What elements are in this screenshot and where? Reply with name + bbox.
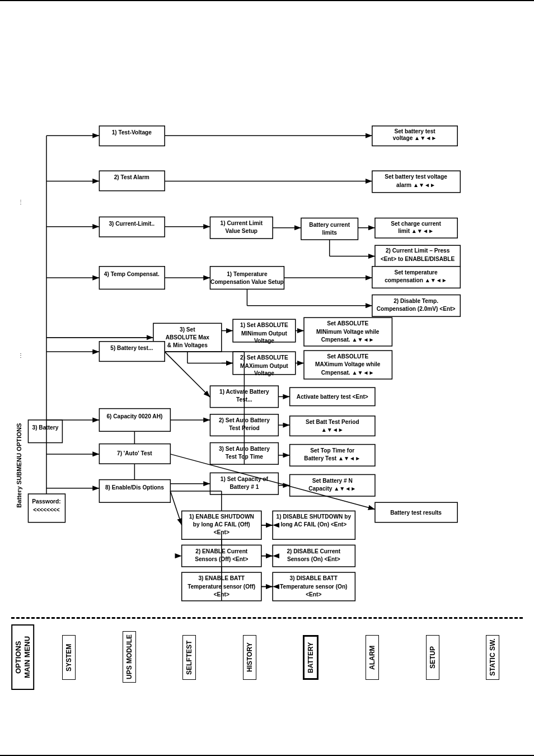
set-top-time2: Battery Test ▲▼◄►	[304, 455, 360, 461]
set-temp-comp2: compensation ▲▼◄►	[385, 277, 447, 283]
diagram-area: text { font-family: Arial, Helvetica, sa…	[11, 18, 523, 606]
enable-dis-node: 8) Enable/Dis Options	[105, 484, 164, 491]
menu-items: SYSTEM UPS MODULE SELFTEST HISTORY BATTE…	[39, 624, 523, 690]
temp-compensat-node: 4) Temp Compensat.	[104, 271, 160, 277]
menu-item-static-sw[interactable]: STATIC SW.	[486, 635, 499, 680]
disable-batt-temp: 3) DISABLE BATT	[290, 575, 338, 581]
battery-current-limits: Battery current	[309, 222, 350, 228]
set-abs-min3: Voltage	[254, 338, 274, 344]
temp-comp-value: 1) Temperature	[227, 271, 268, 277]
capacity-node: 6) Capacity 0020 AH)	[106, 413, 162, 419]
auto-test-node: 7) 'Auto' Test	[117, 450, 152, 456]
set-abs-min2: MINimum Output	[241, 330, 287, 337]
dots-bottom: ⋮	[18, 352, 24, 358]
menu-item-ups-module[interactable]: UPS MODULE	[123, 631, 136, 683]
set-abs-max-result3: Cmpensat. ▲▼◄►	[321, 370, 374, 376]
dots-top: ⋮	[18, 199, 24, 205]
svg-rect-30	[99, 267, 165, 290]
password-value: <<<<<<<<	[33, 507, 59, 513]
svg-line-79	[170, 491, 181, 525]
svg-rect-65	[99, 409, 170, 432]
disable-temp2: Compensation (2.0mV) <Ent>	[377, 306, 456, 312]
set-capacity2: Battery # 1	[229, 484, 259, 490]
set-temp-comp: Set temperature	[394, 269, 438, 276]
disable-shutdown: 1) DISABLE SHUTDOWN by	[277, 514, 352, 520]
bottom-menu: MAIN MENU OPTIONS SYSTEM UPS MODULE SELF…	[11, 617, 523, 690]
set-battery-test-alarm2: alarm ▲▼◄►	[396, 182, 435, 188]
menu-item-selftest[interactable]: SELFTEST	[182, 635, 196, 680]
disable-current: 2) DISABLE Current	[287, 548, 340, 554]
menu-item-history[interactable]: HISTORY	[243, 635, 256, 680]
set-abs-max: 2) Set ABSOLUTE	[240, 354, 288, 361]
menu-item-battery[interactable]: BATTERY	[303, 635, 318, 680]
set-battery-test-voltage2: voltage ▲▼◄►	[393, 135, 437, 141]
set-abs-min-result: Set ABSOLUTE	[327, 320, 368, 326]
current-limit-node: 3) Current-Limit..	[109, 221, 154, 227]
submenu-label: Battery SUBMENU OPTIONS	[16, 423, 22, 508]
set-abs-min-result2: MINimum Voltage while	[316, 329, 380, 335]
password-label: Password:	[32, 498, 60, 505]
menu-item-system[interactable]: SYSTEM	[62, 635, 76, 680]
menu-item-alarm[interactable]: ALARM	[366, 635, 379, 680]
disable-shutdown2: long AC FAIL (On) <Ent>	[280, 521, 346, 528]
test-alarm-node: 2) Test Alarm	[114, 174, 149, 180]
set-abs-max-result: Set ABSOLUTE	[327, 353, 368, 360]
set-abs-min: 1) Set ABSOLUTE	[240, 322, 288, 328]
temp-comp-value2: Compensation Value Setup	[210, 279, 284, 285]
set-battery-test-voltage: Set battery test	[394, 128, 435, 134]
set-capacity-result2: Capacity ▲▼◄►	[308, 486, 356, 492]
set-abs-max3: Voltage	[254, 370, 274, 376]
disable-current2: Sensors (On) <Ent>	[287, 556, 340, 562]
current-limit-value: 1) Current Limit	[221, 220, 263, 226]
battery-current-limits2: limits	[322, 230, 337, 236]
set-top-time: Set Top Time for	[310, 447, 354, 454]
battery-3-label: 3) Battery	[32, 424, 59, 431]
main-menu-label: MAIN MENU OPTIONS	[11, 624, 34, 690]
current-limit-press: 2) Current Limit – Press	[386, 248, 450, 254]
set-batt-period2: ▲▼◄►	[321, 427, 344, 433]
set-abs-max-min2: ABSOLUTE Max	[166, 334, 210, 340]
svg-rect-32	[210, 267, 284, 290]
battery-test-node: 5) Battery test...	[110, 345, 153, 351]
set-batt-period: Set Batt Test Period	[306, 419, 359, 425]
set-abs-max-min3: & Min Voltages	[167, 342, 208, 348]
set-abs-max2: MAXimum Output	[240, 363, 288, 369]
diagram-svg: text { font-family: Arial, Helvetica, sa…	[11, 18, 523, 606]
set-charge-current: Set charge current	[391, 221, 441, 227]
enable-shutdown2: by long AC FAIL (Off)	[193, 521, 250, 528]
test-voltage-node: 1) Test-Voltage	[112, 129, 152, 136]
current-limit-value2: Value Setup	[226, 228, 257, 234]
set-abs-max-min: 3) Set	[180, 326, 195, 333]
disable-temp: 2) Disable Temp.	[394, 298, 438, 304]
disable-batt-temp3: <Ent>	[306, 591, 321, 598]
battery-test-results: Battery test results	[390, 510, 442, 516]
activate-result: Activate battery test <Ent>	[297, 394, 368, 400]
page-container: text { font-family: Arial, Helvetica, sa…	[0, 0, 534, 756]
svg-rect-2	[28, 420, 62, 443]
svg-rect-75	[99, 480, 170, 503]
menu-item-setup[interactable]: SETUP	[426, 635, 439, 680]
set-battery-test-alarm: Set battery test voltage	[385, 174, 447, 180]
enable-shutdown: 1) ENABLE SHUTDOWN	[189, 514, 254, 520]
current-limit-press2: <Ent> to ENABLE/DISABLE	[381, 256, 455, 262]
set-abs-max-result2: MAXimum Voltage while	[315, 361, 381, 367]
set-capacity-result: Set Battery # N	[312, 478, 353, 484]
disable-batt-temp2: Temperature sensor (On)	[280, 584, 347, 590]
set-abs-min-result3: Cmpensat. ▲▼◄►	[321, 337, 374, 343]
set-charge-current2: limit ▲▼◄►	[398, 228, 434, 234]
